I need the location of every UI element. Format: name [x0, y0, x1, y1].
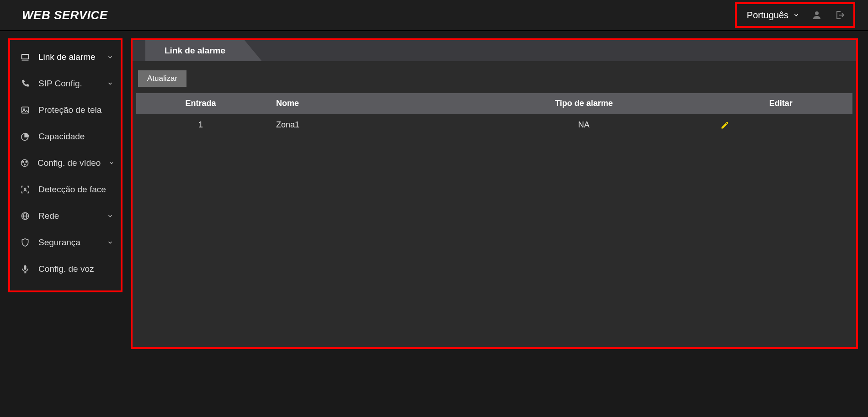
col-header-type: Tipo de alarme — [458, 93, 709, 114]
brand-title: WEB SERVICE — [22, 8, 108, 22]
mic-icon — [20, 264, 30, 274]
sidebar-item-label: SIP Config. — [38, 79, 99, 89]
video-icon — [20, 158, 29, 168]
sidebar-item-voice-config[interactable]: Config. de voz — [10, 256, 121, 282]
user-icon[interactable] — [811, 10, 822, 21]
face-detect-icon — [20, 185, 30, 194]
top-bar: WEB SERVICE Português — [0, 0, 868, 31]
main-panel: Link de alarme Atualizar Entrada Nome Ti… — [131, 38, 858, 349]
image-icon — [20, 106, 30, 115]
refresh-button[interactable]: Atualizar — [138, 70, 186, 87]
svg-rect-13 — [24, 265, 27, 270]
cell-edit — [709, 114, 852, 136]
alarm-table: Entrada Nome Tipo de alarme Editar 1 Zon… — [136, 93, 852, 136]
sidebar-item-video-config[interactable]: Config. de vídeo — [10, 150, 121, 176]
cell-type: NA — [458, 114, 709, 136]
sidebar-item-label: Rede — [38, 211, 99, 221]
cell-input: 1 — [136, 114, 265, 136]
svg-rect-1 — [22, 54, 29, 59]
sidebar-item-security[interactable]: Segurança — [10, 229, 121, 256]
sidebar-item-alarm-link[interactable]: Link de alarme — [10, 44, 121, 70]
chevron-down-icon — [107, 54, 113, 60]
sidebar-item-label: Config. de vídeo — [37, 158, 101, 168]
svg-rect-3 — [22, 107, 29, 113]
tab-label: Link de alarme — [165, 46, 225, 56]
language-label: Português — [747, 10, 788, 21]
svg-point-7 — [26, 161, 27, 163]
svg-point-9 — [24, 188, 26, 190]
shield-icon — [20, 238, 30, 247]
phone-icon — [20, 79, 30, 88]
sidebar-item-label: Proteção de tela — [38, 105, 113, 115]
sidebar-item-label: Capacidade — [38, 132, 113, 142]
svg-point-6 — [22, 161, 24, 163]
logout-icon[interactable] — [834, 10, 845, 21]
tab-strip: Link de alarme — [133, 40, 856, 61]
col-header-edit: Editar — [709, 93, 852, 114]
alarm-link-icon — [20, 53, 30, 62]
sidebar-item-network[interactable]: Rede — [10, 203, 121, 229]
sidebar-item-capacity[interactable]: Capacidade — [10, 123, 121, 150]
sidebar-item-face-detection[interactable]: Detecção de face — [10, 176, 121, 203]
topbar-right-group: Português — [735, 2, 855, 28]
sidebar-item-sip-config[interactable]: SIP Config. — [10, 70, 121, 97]
pie-chart-icon — [20, 132, 30, 141]
chevron-down-icon — [793, 12, 799, 18]
svg-point-8 — [24, 164, 26, 165]
sidebar: Link de alarme SIP Config. Proteção de — [8, 38, 122, 292]
chevron-down-icon — [109, 160, 114, 166]
col-header-input: Entrada — [136, 93, 265, 114]
edit-icon[interactable] — [720, 121, 841, 130]
chevron-down-icon — [107, 213, 113, 219]
tab-alarm-link[interactable]: Link de alarme — [145, 40, 245, 61]
action-bar: Atualizar — [133, 61, 856, 93]
sidebar-item-label: Detecção de face — [38, 185, 113, 195]
table-row: 1 Zona1 NA — [136, 114, 852, 136]
cell-name: Zona1 — [265, 114, 458, 136]
sidebar-item-label: Link de alarme — [38, 52, 99, 62]
network-icon — [20, 211, 30, 221]
chevron-down-icon — [107, 80, 113, 87]
svg-point-0 — [815, 11, 819, 15]
sidebar-item-screensaver[interactable]: Proteção de tela — [10, 97, 121, 123]
sidebar-item-label: Segurança — [38, 238, 99, 248]
language-selector[interactable]: Português — [747, 10, 799, 21]
sidebar-item-label: Config. de voz — [38, 264, 113, 274]
chevron-down-icon — [107, 239, 113, 246]
col-header-name: Nome — [265, 93, 458, 114]
